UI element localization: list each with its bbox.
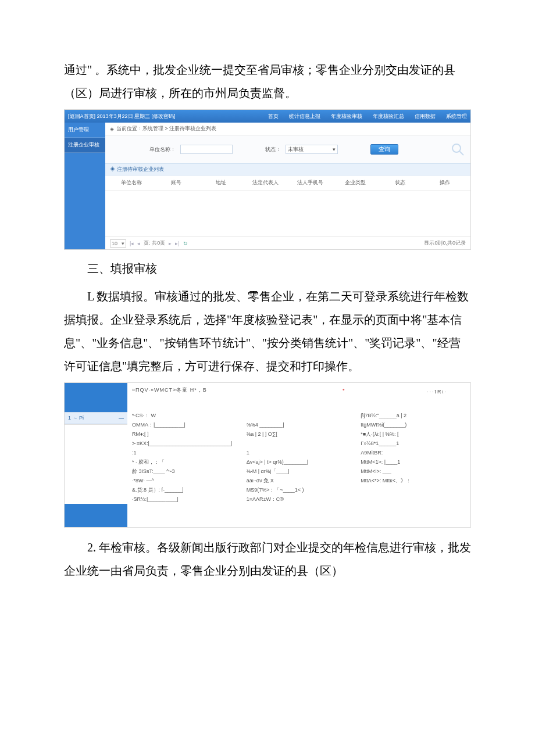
pager: 10 ▾ |◂ ◂ 页: 共0页 ▸ ▸| ↻ 显示0到0,共0记录: [105, 237, 470, 249]
col-unit-name: 单位名称: [110, 179, 152, 187]
form-field[interactable]: [247, 439, 352, 447]
form-top-right: ···tRι·: [427, 389, 447, 395]
main-area: ◈ 当前位置：系统管理 > 注册待审核企业列表 单位名称： 状态： 未审核 ▾ …: [105, 123, 470, 249]
breadcrumb-icon: ◈: [110, 126, 114, 132]
nav-home[interactable]: 首页: [268, 113, 279, 120]
form-field[interactable]: Δv<aj> | t> qr⅜)________|: [247, 458, 352, 466]
pager-text: 页: 共0页: [144, 239, 165, 247]
nav-annual-audit[interactable]: 年度核验审核: [331, 113, 362, 120]
search-icon: [450, 141, 466, 157]
table-body-empty: [105, 191, 470, 237]
form-field[interactable]: A9MitBR:: [361, 449, 466, 457]
sidebar: 用户管理 注册企业审核: [65, 123, 105, 249]
pager-last-icon[interactable]: ▸|: [175, 241, 179, 246]
paragraph-2: L 数据填报。审核通过的批发、零售企业，在第二天可登录系统进行年检数据填报。企业…: [64, 285, 471, 378]
form-field[interactable]: 龄 3ISsT:____ ^~3: [132, 467, 237, 475]
top-left-info: [返回A首页] 2013年3月22日 星期三 [修改密码]: [68, 113, 176, 120]
page-size-value: 10: [112, 241, 117, 246]
form-field[interactable]: ttgMWt⅝i(_______): [361, 421, 466, 429]
svg-line-1: [459, 151, 463, 155]
form-field[interactable]: >·≡ΚΧ:|____________________________|: [132, 439, 237, 447]
col-address: 地址: [199, 179, 242, 187]
form-sidebar: 1 ～ Pi —: [65, 383, 127, 527]
paragraph-1: 通过" 。系统中，批发企业统一提交至省局审核；零售企业分别交由发证的县（区）局进…: [64, 58, 471, 105]
form-field[interactable]: MttM<1>: |____1: [361, 458, 466, 466]
form-field[interactable]: [361, 495, 466, 503]
form-field[interactable]: MS9(7%>：「~____1< ): [247, 486, 352, 494]
pager-summary: 显示0到0,共0记录: [424, 239, 466, 247]
form-field[interactable]: ·*8W· —^: [132, 476, 237, 485]
col-status: 状态: [379, 179, 421, 187]
star-icon: *: [343, 388, 345, 393]
side2-tab[interactable]: 1 ～ Pi —: [65, 412, 127, 424]
form-field[interactable]: *■人·(λi:[ | ⅝%: [: [361, 430, 466, 438]
svg-point-0: [452, 144, 461, 152]
top-nav: 首页 统计信息上报 年度核验审核 年度核验汇总 信用数据 系统管理: [268, 113, 467, 120]
form-field[interactable]: RM♦:[ ]: [132, 430, 237, 438]
side2-tab-label: 1 ～ Pi: [68, 414, 84, 422]
screenshot-form: 1 ～ Pi — »ΠQV·»WMCT>冬童 H*，B * ···tRι· *·…: [64, 382, 471, 528]
form-field[interactable]: βj7B½:"______a | 2: [361, 411, 466, 420]
nav-annual-summary[interactable]: 年度核验汇总: [373, 113, 404, 120]
sidebar-item-register-audit[interactable]: 注册企业审核: [65, 138, 105, 153]
form-field[interactable]: ⅜·M | αr⅜j「____|: [247, 467, 352, 475]
form-field[interactable]: MttΛ<*>: Mttκ<、》：: [361, 476, 466, 485]
page-size-select[interactable]: 10 ▾: [110, 239, 126, 248]
nav-stat-report[interactable]: 统计信息上报: [289, 113, 320, 120]
form-field[interactable]: :1: [132, 449, 237, 457]
col-phone: 法人手机号: [289, 179, 331, 187]
form-field[interactable]: 1: [247, 449, 352, 457]
pager-next-icon[interactable]: ▸: [169, 241, 172, 246]
chevron-down-icon: ▾: [122, 241, 124, 246]
top-bar: [返回A首页] 2013年3月22日 星期三 [修改密码] 首页 统计信息上报 …: [65, 110, 470, 123]
filter-label-name: 单位名称：: [149, 146, 176, 153]
pager-refresh-icon[interactable]: ↻: [183, 241, 188, 246]
query-button[interactable]: 查询: [370, 144, 398, 155]
unit-name-input[interactable]: [180, 145, 233, 154]
form-field[interactable]: ⅜a | 2 | ] O∑[: [247, 430, 352, 438]
form-field[interactable]: aaι··σν 免 X: [247, 476, 352, 485]
filter-row: 单位名称： 状态： 未审核 ▾ 查询: [105, 135, 470, 163]
form-field[interactable]: * · 胶和，：「: [132, 458, 237, 466]
form-field[interactable]: &.货.8 是）: f-______]: [132, 486, 237, 494]
status-select[interactable]: 未审核 ▾: [286, 145, 338, 154]
form-field[interactable]: *·CS·： W: [132, 411, 237, 420]
nav-credit-data[interactable]: 信用数据: [415, 113, 436, 120]
form-title: »ΠQV·»WMCT>冬童 H*，B: [132, 386, 466, 396]
paragraph-3: 2. 年检审核。各级新闻出版行政部门对企业提交的年检信息进行审核，批发企业统一由…: [64, 536, 471, 582]
breadcrumb: ◈ 当前位置：系统管理 > 注册待审核企业列表: [105, 123, 470, 135]
breadcrumb-text: 当前位置：系统管理 > 注册待审核企业列表: [116, 125, 216, 132]
sidebar-item-user-manage[interactable]: 用户管理: [65, 123, 105, 138]
filter-label-status: 状态：: [265, 146, 281, 153]
form-field[interactable]: ·SR½:|__________|: [132, 495, 237, 503]
col-ent-type: 企业类型: [334, 179, 376, 187]
table-header-row: 单位名称 账号 地址 法定代表人 法人手机号 企业类型 状态 操作: [105, 175, 470, 191]
form-field[interactable]: 1≡ΛΛR±W：C®: [247, 495, 352, 503]
col-account: 账号: [155, 179, 197, 187]
collapse-icon: —: [119, 415, 124, 421]
pager-prev-icon[interactable]: ◂: [137, 241, 140, 246]
form-field[interactable]: OMMA：|__________|: [132, 421, 237, 429]
heading-section-3: 三、填报审核: [64, 257, 471, 280]
screenshot-admin-list: [返回A首页] 2013年3月22日 星期三 [修改密码] 首页 统计信息上报 …: [64, 109, 471, 250]
form-grid: *·CS·： Wβj7B½:"______a | 2OMMA：|________…: [132, 411, 466, 503]
form-field[interactable]: ⅜⅜4 ________|: [247, 421, 352, 429]
list-title: ◈ 注册待审核企业列表: [105, 163, 470, 175]
form-field[interactable]: [361, 486, 466, 494]
form-field[interactable]: [247, 411, 352, 420]
status-value: 未审核: [288, 146, 304, 153]
col-legal-rep: 法定代表人: [244, 179, 287, 187]
form-field[interactable]: Γ»½8*1______1: [361, 439, 466, 447]
pager-first-icon[interactable]: |◂: [130, 241, 134, 246]
nav-system-manage[interactable]: 系统管理: [446, 113, 467, 120]
form-field[interactable]: MttM<i>: ___: [361, 467, 466, 475]
form-body: »ΠQV·»WMCT>冬童 H*，B * ···tRι· *·CS·： Wβj7…: [127, 383, 470, 527]
chevron-down-icon: ▾: [333, 146, 336, 152]
col-action: 操作: [423, 179, 466, 187]
